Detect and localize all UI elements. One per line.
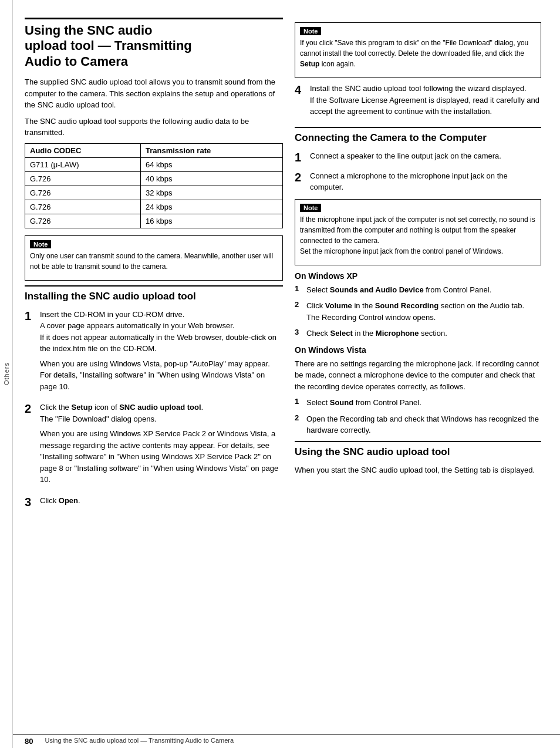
connect-step-2-number: 2 xyxy=(295,170,305,193)
note-1: Note Only one user can transmit sound to… xyxy=(25,235,283,281)
rate-cell: 16 kbps xyxy=(140,214,282,228)
table-row: G.726 24 kbps xyxy=(25,200,283,214)
xp-step-3: 3 Check Select in the Microphone section… xyxy=(295,328,541,339)
step-4-number: 4 xyxy=(295,83,305,121)
footer: 80 Using the SNC audio upload tool — Tra… xyxy=(13,734,560,748)
xp-step-1-number: 1 xyxy=(295,284,303,296)
using-section-title: Using the SNC audio upload tool xyxy=(295,441,541,459)
using-intro: When you start the SNC audio upload tool… xyxy=(295,464,541,476)
xp-step-3-bold1: Select xyxy=(330,329,352,338)
note-2: Note If you click "Save this program to … xyxy=(295,22,541,78)
note-3-label: Note xyxy=(300,204,321,212)
rate-cell: 40 kbps xyxy=(140,171,282,186)
note-3-text: If the microphone input jack of the comp… xyxy=(300,214,536,257)
note-2-label: Note xyxy=(300,27,321,35)
note-2-bold: Setup xyxy=(300,60,319,68)
connect-step-1-number: 1 xyxy=(295,150,305,164)
codec-cell: G711 (μ-LAW) xyxy=(25,157,141,171)
step-2-bold1: Setup xyxy=(71,403,92,412)
step-3-content: Click Open. xyxy=(40,495,283,510)
vista-intro: There are no settings regarding the micr… xyxy=(295,358,541,393)
page-number: 80 xyxy=(25,737,33,746)
vista-step-1-content: Select Sound from Control Panel. xyxy=(306,397,541,409)
vista-step-2-content: Open the Recording tab and check that Wi… xyxy=(306,413,541,436)
main-title-line1: Using the SNC audio xyxy=(25,23,153,38)
vista-step-1-number: 1 xyxy=(295,397,303,409)
connect-step-2: 2 Connect a microphone to the microphone… xyxy=(295,170,541,193)
step-1-content: Insert the CD-ROM in your CD-ROM drive. … xyxy=(40,309,283,396)
rate-cell: 24 kbps xyxy=(140,200,282,214)
install-step-3: 3 Click Open. xyxy=(25,495,283,510)
table-col1: Audio CODEC xyxy=(25,143,141,157)
step-1-text: Insert the CD-ROM in your CD-ROM drive. … xyxy=(40,309,283,355)
step-2-content: Click the Setup icon of SNC audio upload… xyxy=(40,402,283,489)
step-3-number: 3 xyxy=(25,495,35,510)
rate-cell: 64 kbps xyxy=(140,157,282,171)
note-1-label: Note xyxy=(30,240,51,248)
table-row: G.726 32 kbps xyxy=(25,186,283,200)
win-vista-title: On Windows Vista xyxy=(295,345,541,355)
win-xp-title: On Windows XP xyxy=(295,271,541,281)
connect-step-2-content: Connect a microphone to the microphone i… xyxy=(310,170,541,193)
xp-step-1-bold: Sounds and Audio Device xyxy=(330,285,424,294)
note-1-text: Only one user can transmit sound to the … xyxy=(30,251,278,272)
xp-step-3-content: Check Select in the Microphone section. xyxy=(306,328,541,339)
step-1-number: 1 xyxy=(25,309,35,396)
codec-cell: G.726 xyxy=(25,171,141,186)
xp-step-2-bold2: Sound Recording xyxy=(375,301,438,310)
codec-cell: G.726 xyxy=(25,214,141,228)
step-2-p2: When you are using Windows XP Service Pa… xyxy=(40,428,283,486)
rate-cell: 32 kbps xyxy=(140,186,282,200)
page: Others Using the SNC audio upload tool —… xyxy=(0,0,560,748)
step-3-text: Click Open. xyxy=(40,495,283,507)
install-section-title: Installing the SNC audio upload tool xyxy=(25,285,283,303)
intro-p2: The SNC audio upload tool supports the f… xyxy=(25,116,283,139)
xp-step-2: 2 Click Volume in the Sound Recording se… xyxy=(295,300,541,323)
xp-step-3-number: 3 xyxy=(295,328,303,339)
left-column: Using the SNC audio upload tool — Transm… xyxy=(25,18,283,736)
step-2-text: Click the Setup icon of SNC audio upload… xyxy=(40,402,283,424)
step-4-text: Install the SNC audio upload tool follow… xyxy=(310,83,541,117)
install-step-2: 2 Click the Setup icon of SNC audio uplo… xyxy=(25,402,283,489)
codec-cell: G.726 xyxy=(25,186,141,200)
table-row: G.726 40 kbps xyxy=(25,171,283,186)
note-3: Note If the microphone input jack of the… xyxy=(295,199,541,265)
vista-step-2-number: 2 xyxy=(295,413,303,436)
step-2-bold2: SNC audio upload tool xyxy=(119,403,201,412)
side-tab-label: Others xyxy=(3,362,10,385)
step-2-number: 2 xyxy=(25,402,35,489)
xp-step-2-content: Click Volume in the Sound Recording sect… xyxy=(306,300,541,323)
install-step-4: 4 Install the SNC audio upload tool foll… xyxy=(295,83,541,121)
codec-table: Audio CODEC Transmission rate G711 (μ-LA… xyxy=(25,143,283,228)
side-tab: Others xyxy=(0,0,13,748)
main-title: Using the SNC audio upload tool — Transm… xyxy=(25,18,283,69)
xp-step-2-number: 2 xyxy=(295,300,303,323)
table-row: G.726 16 kbps xyxy=(25,214,283,228)
main-title-line3: Audio to Camera xyxy=(25,54,128,69)
connect-step-1-content: Connect a speaker to the line output jac… xyxy=(310,150,541,164)
vista-step-1-bold: Sound xyxy=(330,398,353,407)
xp-step-1: 1 Select Sounds and Audio Device from Co… xyxy=(295,284,541,296)
table-col2: Transmission rate xyxy=(140,143,282,157)
xp-step-2-bold1: Volume xyxy=(325,301,352,310)
footer-text: Using the SNC audio upload tool — Transm… xyxy=(45,737,234,746)
connect-section-title: Connecting the Camera to the Computer xyxy=(295,127,541,144)
main-title-line2: upload tool xyxy=(25,38,95,53)
codec-cell: G.726 xyxy=(25,200,141,214)
install-step-1: 1 Insert the CD-ROM in your CD-ROM drive… xyxy=(25,309,283,396)
vista-step-1: 1 Select Sound from Control Panel. xyxy=(295,397,541,409)
table-row: G711 (μ-LAW) 64 kbps xyxy=(25,157,283,171)
step-3-bold: Open xyxy=(59,496,78,505)
note-2-text: If you click "Save this program to disk"… xyxy=(300,38,536,69)
main-title-suffix: — Transmitting xyxy=(95,38,192,53)
step-4-content: Install the SNC audio upload tool follow… xyxy=(310,83,541,121)
vista-step-2: 2 Open the Recording tab and check that … xyxy=(295,413,541,436)
xp-step-3-bold2: Microphone xyxy=(376,329,419,338)
content-area: Using the SNC audio upload tool — Transm… xyxy=(13,0,560,748)
right-column: Note If you click "Save this program to … xyxy=(295,18,541,736)
step-1-p2: When you are using Windows Vista, pop-up… xyxy=(40,358,283,393)
xp-step-1-content: Select Sounds and Audio Device from Cont… xyxy=(306,284,541,296)
intro-p1: The supplied SNC audio upload tool allow… xyxy=(25,76,283,111)
connect-step-1: 1 Connect a speaker to the line output j… xyxy=(295,150,541,164)
